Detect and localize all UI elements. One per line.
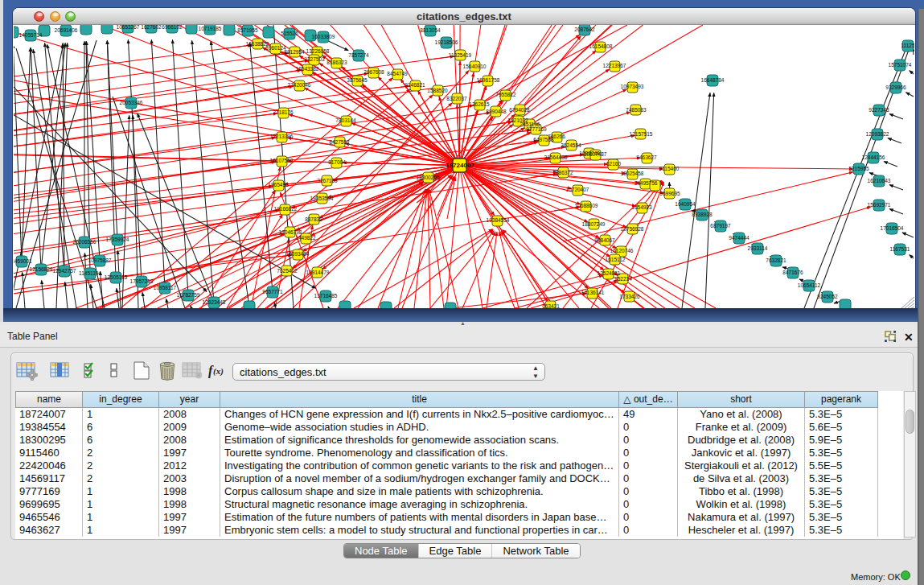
svg-text:8471676: 8471676	[782, 270, 803, 275]
svg-text:11451194: 11451194	[79, 270, 101, 276]
svg-text:16210643: 16210643	[868, 178, 891, 183]
svg-text:3215955: 3215955	[848, 166, 869, 171]
svg-text:7625402: 7625402	[277, 268, 298, 274]
svg-text:1167531: 1167531	[890, 246, 910, 252]
svg-text:7857274: 7857274	[348, 52, 369, 58]
svg-text:17046798: 17046798	[279, 229, 302, 235]
svg-text:9474444: 9474444	[729, 235, 749, 241]
svg-text:16154808: 16154808	[589, 43, 613, 49]
svg-text:10719185: 10719185	[199, 26, 222, 31]
svg-text:2933114: 2933114	[748, 245, 768, 251]
svg-text:15720407: 15720407	[566, 187, 589, 192]
svg-text:8571955: 8571955	[237, 27, 258, 33]
svg-text:18300295: 18300295	[417, 175, 440, 180]
svg-text:3624554: 3624554	[561, 142, 581, 148]
svg-text:18807249: 18807249	[582, 221, 606, 227]
svg-text:17016504: 17016504	[881, 225, 904, 231]
svg-text:16914479: 16914479	[306, 270, 330, 275]
svg-text:16782759: 16782759	[177, 292, 200, 298]
svg-text:8813054: 8813054	[420, 27, 441, 33]
svg-text:21564436: 21564436	[544, 154, 568, 160]
svg-text:6794028: 6794028	[509, 107, 530, 113]
svg-text:2718176: 2718176	[273, 109, 294, 115]
svg-text:1615112: 1615112	[606, 257, 626, 262]
svg-text:252214: 252214	[614, 276, 632, 282]
svg-text:10958117: 10958117	[154, 285, 177, 290]
svg-text:9227343: 9227343	[869, 107, 889, 113]
svg-text:(x): (x)	[213, 366, 224, 377]
svg-text:62160: 62160	[606, 161, 621, 167]
svg-text:19166822: 19166822	[274, 206, 298, 212]
svg-text:1449822: 1449822	[295, 235, 316, 241]
svg-text:16107552: 16107552	[270, 158, 294, 163]
svg-text:17957253: 17957253	[130, 278, 154, 284]
svg-text:515526: 515526	[281, 31, 298, 36]
svg-text:10654112: 10654112	[798, 282, 821, 288]
svg-text:2087642: 2087642	[574, 27, 595, 32]
svg-text:19353594: 19353594	[310, 196, 334, 201]
svg-text:817004: 817004	[328, 159, 346, 165]
svg-text:1362615: 1362615	[469, 101, 490, 107]
svg-text:2967608: 2967608	[363, 69, 384, 75]
svg-text:12444156: 12444156	[862, 154, 885, 160]
svg-text:8960124: 8960124	[265, 45, 286, 51]
svg-text:1733426: 1733426	[619, 294, 640, 299]
svg-text:10688609: 10688609	[575, 203, 598, 208]
svg-text:14136141: 14136141	[581, 290, 605, 295]
svg-text:18724007: 18724007	[446, 162, 474, 169]
svg-text:12093822: 12093822	[866, 131, 889, 137]
svg-text:11325419: 11325419	[449, 52, 472, 58]
svg-text:7955812: 7955812	[495, 92, 516, 97]
svg-text:16543382: 16543382	[296, 66, 319, 72]
svg-text:14495756: 14495756	[634, 180, 658, 186]
svg-text:19384554: 19384554	[487, 217, 510, 223]
svg-text:9245052: 9245052	[817, 294, 838, 299]
svg-text:1627602: 1627602	[141, 25, 162, 30]
svg-text:10653267: 10653267	[117, 25, 140, 30]
svg-text:887832: 887832	[305, 216, 322, 222]
svg-text:19218506: 19218506	[435, 39, 458, 45]
svg-text:9146821: 9146821	[405, 82, 425, 88]
svg-text:1640954: 1640954	[675, 201, 696, 207]
svg-text:12923448: 12923448	[203, 299, 226, 305]
svg-text:1965493: 1965493	[268, 182, 289, 187]
svg-text:12213967: 12213967	[603, 63, 626, 68]
svg-text:10975887: 10975887	[88, 257, 112, 263]
svg-text:7886372: 7886372	[552, 170, 573, 175]
svg-text:16120746: 16120746	[610, 248, 634, 253]
svg-text:6966102: 6966102	[162, 25, 183, 30]
svg-text:8454749: 8454749	[387, 71, 408, 76]
svg-text:10756928: 10756928	[621, 226, 644, 232]
svg-text:20206556: 20206556	[73, 239, 97, 245]
svg-text:13524851: 13524851	[598, 270, 621, 276]
svg-text:9699695: 9699695	[659, 191, 680, 196]
svg-text:7485083: 7485083	[626, 107, 647, 113]
svg-text:17359924: 17359924	[106, 237, 129, 242]
svg-text:6497568: 6497568	[533, 137, 554, 142]
svg-text:9115460: 9115460	[659, 166, 680, 171]
svg-text:12156829: 12156829	[30, 266, 53, 272]
svg-text:27420046: 27420046	[288, 82, 311, 88]
svg-text:20053346: 20053346	[120, 100, 143, 105]
svg-text:16961758: 16961758	[477, 77, 500, 83]
svg-text:15640910: 15640910	[463, 64, 487, 69]
svg-text:16033809: 16033809	[312, 34, 335, 39]
svg-text:15692971: 15692971	[868, 202, 891, 208]
svg-text:8322037: 8322037	[446, 96, 467, 101]
svg-text:12942757: 12942757	[53, 268, 76, 274]
svg-text:15751074: 15751074	[889, 62, 912, 68]
svg-text:14055714: 14055714	[19, 32, 43, 38]
svg-text:12213396: 12213396	[270, 134, 294, 139]
svg-text:3267130: 3267130	[317, 178, 338, 183]
svg-text:8427552: 8427552	[329, 139, 350, 145]
svg-text:9084067: 9084067	[594, 237, 615, 243]
svg-text:12157515: 12157515	[630, 131, 653, 137]
svg-text:16093484: 16093484	[286, 251, 310, 257]
svg-text:9327503: 9327503	[304, 56, 325, 62]
svg-text:9777169: 9777169	[526, 126, 547, 132]
svg-text:8912954: 8912954	[284, 49, 305, 55]
svg-text:9463627: 9463627	[636, 154, 657, 160]
svg-text:16648784: 16648784	[701, 77, 725, 83]
svg-text:8938928: 8938928	[692, 212, 713, 217]
svg-text:9329966: 9329966	[885, 84, 906, 90]
